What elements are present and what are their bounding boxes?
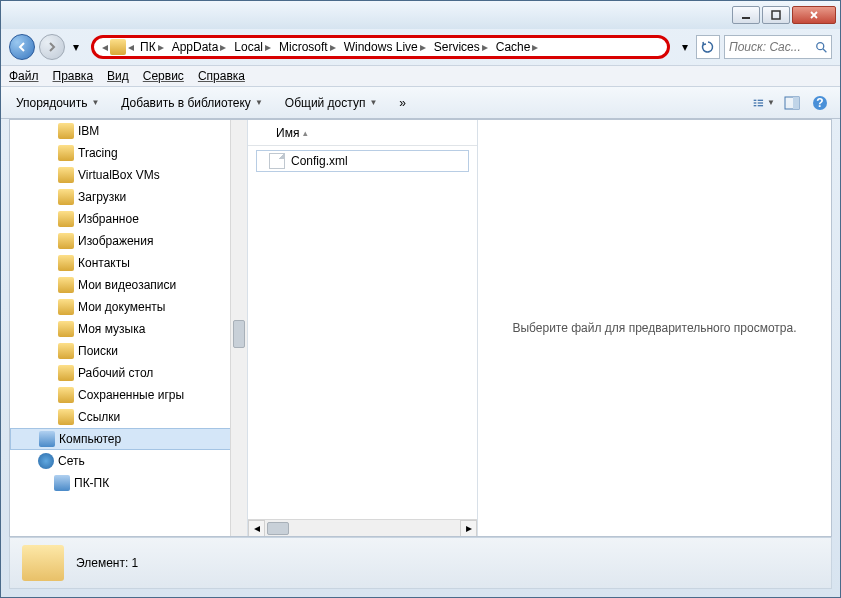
preview-pane: Выберите файл для предварительного просм… xyxy=(478,120,831,536)
svg-rect-6 xyxy=(754,105,757,106)
organize-button[interactable]: Упорядочить▼ xyxy=(9,91,106,115)
folder-icon xyxy=(58,277,74,293)
folder-icon xyxy=(58,167,74,183)
column-headers: Имя▴ xyxy=(248,120,477,146)
svg-rect-4 xyxy=(754,99,757,100)
toolbar: Упорядочить▼ Добавить в библиотеку▼ Общи… xyxy=(1,87,840,119)
svg-point-2 xyxy=(817,43,824,50)
tree-folder[interactable]: Tracing xyxy=(10,142,247,164)
folder-icon xyxy=(58,211,74,227)
breadcrumb-segment[interactable]: Microsoft▸ xyxy=(275,38,340,56)
tree-folder[interactable]: Изображения xyxy=(10,230,247,252)
folder-icon xyxy=(58,409,74,425)
file-icon xyxy=(269,153,285,169)
svg-rect-7 xyxy=(758,99,763,100)
toolbar-overflow[interactable]: » xyxy=(392,91,415,115)
tree-folder[interactable]: Мои документы xyxy=(10,296,247,318)
tree-scrollbar[interactable] xyxy=(230,120,247,536)
maximize-button[interactable] xyxy=(762,6,790,24)
explorer-window: ▾ ◂ ◂ ПК▸AppData▸Local▸Microsoft▸Windows… xyxy=(0,0,841,598)
search-input[interactable] xyxy=(729,40,815,54)
computer-icon xyxy=(54,475,70,491)
breadcrumb-segment[interactable]: AppData▸ xyxy=(168,38,231,56)
breadcrumb-segment[interactable]: Windows Live▸ xyxy=(340,38,430,56)
tree-folder[interactable]: Рабочий стол xyxy=(10,362,247,384)
tree-folder[interactable]: Поиски xyxy=(10,340,247,362)
folder-icon xyxy=(58,299,74,315)
back-button[interactable] xyxy=(9,34,35,60)
menu-file[interactable]: Файл xyxy=(9,69,39,83)
horizontal-scrollbar[interactable]: ◂ ▸ xyxy=(248,519,477,536)
search-box[interactable] xyxy=(724,35,832,59)
status-text: Элемент: 1 xyxy=(76,556,138,570)
scrollbar-thumb[interactable] xyxy=(267,522,289,535)
svg-rect-11 xyxy=(793,97,799,109)
nav-bar: ▾ ◂ ◂ ПК▸AppData▸Local▸Microsoft▸Windows… xyxy=(1,29,840,65)
tree-folder[interactable]: Сохраненные игры xyxy=(10,384,247,406)
tree-folder[interactable]: Контакты xyxy=(10,252,247,274)
view-mode-button[interactable]: ▼ xyxy=(752,93,776,113)
folder-icon xyxy=(58,321,74,337)
scrollbar-thumb[interactable] xyxy=(233,320,245,348)
svg-rect-0 xyxy=(742,17,750,19)
breadcrumb-root-chevron[interactable]: ◂ xyxy=(102,40,108,54)
network-icon xyxy=(38,453,54,469)
share-button[interactable]: Общий доступ▼ xyxy=(278,91,385,115)
file-list-pane: Имя▴ Config.xml ◂ ▸ xyxy=(248,120,478,536)
preview-pane-button[interactable] xyxy=(780,93,804,113)
folder-icon xyxy=(58,387,74,403)
details-pane: Элемент: 1 xyxy=(9,537,832,589)
content-area: IBMTracingVirtualBox VMsЗагрузкиИзбранно… xyxy=(9,119,832,537)
tree-folder[interactable]: VirtualBox VMs xyxy=(10,164,247,186)
breadcrumb-segment[interactable]: Cache▸ xyxy=(492,38,543,56)
svg-text:?: ? xyxy=(816,96,823,110)
breadcrumb-sep[interactable]: ◂ xyxy=(128,40,134,54)
svg-rect-5 xyxy=(754,102,757,103)
svg-rect-9 xyxy=(758,105,763,106)
tree-computer[interactable]: Компьютер xyxy=(10,428,247,450)
tree-folder[interactable]: Избранное xyxy=(10,208,247,230)
minimize-button[interactable] xyxy=(732,6,760,24)
help-button[interactable]: ? xyxy=(808,93,832,113)
add-to-library-button[interactable]: Добавить в библиотеку▼ xyxy=(114,91,269,115)
svg-rect-8 xyxy=(758,102,763,103)
forward-button[interactable] xyxy=(39,34,65,60)
tree-folder[interactable]: Ссылки xyxy=(10,406,247,428)
menu-bar: Файл Правка Вид Сервис Справка xyxy=(1,65,840,87)
folder-icon xyxy=(58,255,74,271)
refresh-button[interactable] xyxy=(696,35,720,59)
computer-icon xyxy=(39,431,55,447)
tree-folder[interactable]: Мои видеозаписи xyxy=(10,274,247,296)
breadcrumb-segment[interactable]: ПК▸ xyxy=(136,38,168,56)
tree-folder[interactable]: Загрузки xyxy=(10,186,247,208)
address-dropdown[interactable]: ▾ xyxy=(678,36,692,58)
scroll-left-button[interactable]: ◂ xyxy=(248,520,265,537)
folder-icon xyxy=(58,145,74,161)
nav-history-dropdown[interactable]: ▾ xyxy=(69,36,83,58)
scroll-right-button[interactable]: ▸ xyxy=(460,520,477,537)
folder-icon xyxy=(58,365,74,381)
search-icon xyxy=(815,40,827,54)
address-bar[interactable]: ◂ ◂ ПК▸AppData▸Local▸Microsoft▸Windows L… xyxy=(91,35,670,59)
folder-icon xyxy=(58,233,74,249)
folder-icon xyxy=(22,545,64,581)
breadcrumb-segment[interactable]: Services▸ xyxy=(430,38,492,56)
preview-placeholder: Выберите файл для предварительного просм… xyxy=(512,321,796,335)
menu-edit[interactable]: Правка xyxy=(53,69,94,83)
svg-line-3 xyxy=(823,49,827,53)
menu-help[interactable]: Справка xyxy=(198,69,245,83)
tree-folder[interactable]: IBM xyxy=(10,120,247,142)
close-button[interactable] xyxy=(792,6,836,24)
column-name[interactable]: Имя▴ xyxy=(268,126,316,140)
folder-icon xyxy=(58,343,74,359)
navigation-tree[interactable]: IBMTracingVirtualBox VMsЗагрузкиИзбранно… xyxy=(10,120,248,536)
folder-icon xyxy=(58,123,74,139)
tree-network[interactable]: Сеть xyxy=(10,450,247,472)
breadcrumb-segment[interactable]: Local▸ xyxy=(230,38,275,56)
menu-view[interactable]: Вид xyxy=(107,69,129,83)
tree-network-child[interactable]: ПК-ПК xyxy=(10,472,247,494)
tree-folder[interactable]: Моя музыка xyxy=(10,318,247,340)
file-item[interactable]: Config.xml xyxy=(256,150,469,172)
menu-tools[interactable]: Сервис xyxy=(143,69,184,83)
svg-rect-1 xyxy=(772,11,780,19)
